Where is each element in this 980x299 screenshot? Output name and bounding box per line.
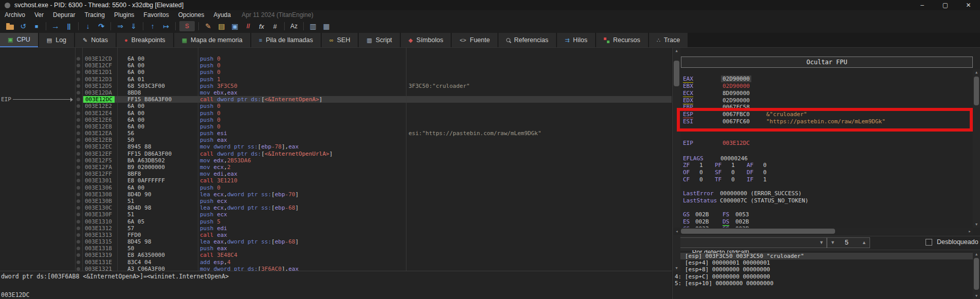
tab-notas[interactable]: ✎Notas <box>75 33 116 47</box>
stop-icon[interactable]: ■ <box>31 21 42 31</box>
tab-script[interactable]: ▥Script <box>359 33 399 47</box>
disasm-row[interactable]: 003E12FF8BF8mov edi,eax <box>0 171 672 177</box>
tab-fuente[interactable]: <>Fuente <box>452 33 497 47</box>
disasm-row[interactable]: 003E12D16A 00push 0 <box>0 69 672 76</box>
scrollbar-thumb[interactable] <box>674 61 679 86</box>
patch-icon[interactable]: ✎ <box>202 21 214 31</box>
step-out-icon[interactable]: ↑ <box>147 21 158 31</box>
disasm-row[interactable]: 003E13066A 00push 0 <box>0 184 672 191</box>
register-value[interactable]: 00000246 <box>720 155 748 162</box>
hash-icon[interactable]: # <box>269 21 281 31</box>
registers-vscrollbar[interactable]: ▲▼ <box>973 69 980 228</box>
disasm-row[interactable]: 003E131850push eax <box>0 245 672 252</box>
disasm-row[interactable]: 003E130C8D4D 98lea ecx,dword ptr ss:[ebp… <box>0 204 672 211</box>
flag-value[interactable]: 0 <box>763 162 767 169</box>
spinner-down-icon[interactable]: ▼ <box>830 238 835 248</box>
calculator-icon[interactable]: ▦ <box>321 21 332 31</box>
disasm-row[interactable]: 003E1301E8 0AFFFFFFcall 3E1210 <box>0 177 672 184</box>
segment-value[interactable]: 002B <box>695 218 709 225</box>
register-row[interactable]: ECX8D090000 <box>673 90 980 97</box>
execute-till-return-icon[interactable]: ⇒ <box>115 21 126 31</box>
disasm-row[interactable]: 003E12D568 503C3F00push 3F3C503F3C50:"cr… <box>0 83 672 89</box>
disassembly-panel[interactable]: 003E12CD6A 00push 0003E12CF6A 00push 000… <box>0 48 672 271</box>
register-row[interactable]: EAX02D90000 <box>673 76 980 82</box>
segment-value[interactable]: 0053 <box>735 211 749 218</box>
arg-row[interactable]: 4: [esp+C] 00000000 00000000 <box>673 273 973 280</box>
menu-favoritos[interactable]: Favoritos <box>139 11 173 18</box>
flags-row[interactable]: OF0SF0DF0 <box>673 169 980 176</box>
menu-tracing[interactable]: Tracing <box>80 11 109 18</box>
unlocked-checkbox[interactable] <box>926 239 932 246</box>
tab-hilos[interactable]: ⇉Hilos <box>557 33 595 47</box>
scroll-up-icon[interactable]: ▲ <box>673 48 680 54</box>
scroll-down-icon[interactable]: ▼ <box>973 221 980 228</box>
segment-value[interactable]: 002B <box>695 211 709 218</box>
disasm-row[interactable]: 003E12E26A 00push 0 <box>0 103 672 109</box>
breakpoint-dot[interactable] <box>77 227 80 230</box>
breakpoint-dot[interactable] <box>77 145 80 148</box>
breakpoint-dot[interactable] <box>77 165 80 169</box>
run-to-user-code-icon[interactable]: ↦ <box>160 21 172 31</box>
arg-row[interactable]: 3: [esp+8] 00000000 00000000 <box>673 266 973 273</box>
breakpoint-dot[interactable] <box>77 247 80 250</box>
menu-depurar[interactable]: Depurar <box>48 11 80 18</box>
animate-script-icon[interactable]: S <box>179 21 195 31</box>
scrollbar-thumb[interactable] <box>974 258 979 290</box>
tab-seh[interactable]: ∞SEH <box>322 33 358 47</box>
tab-símbolos[interactable]: ◆Símbolos <box>401 33 451 47</box>
disasm-row[interactable]: 003E1319E8 A6350000call 3E48C4 <box>0 252 672 258</box>
registers-hscrollbar[interactable]: ◂▸ <box>674 228 973 235</box>
tab-cpu[interactable]: ▣CPU <box>0 33 38 47</box>
menu-opciones[interactable]: Opciones <box>174 11 209 18</box>
breakpoint-dot[interactable] <box>77 179 80 182</box>
pause-icon[interactable]: || <box>63 21 75 31</box>
flag-value[interactable]: 0 <box>699 176 703 183</box>
breakpoint-dot[interactable] <box>77 78 80 81</box>
scroll-right-icon[interactable]: ▸ <box>967 228 973 235</box>
step-into-icon[interactable]: ↓ <box>82 21 94 31</box>
disasm-row[interactable]: 003E12EA56push esiesi:"https://pastebin.… <box>0 130 672 137</box>
open-file-icon[interactable] <box>4 21 15 31</box>
register-row[interactable]: LastStatusC000007C (STATUS_NO_TOKEN) <box>673 197 980 204</box>
breakpoint-dot[interactable] <box>77 132 80 135</box>
chevron-down-icon[interactable]: ▼ <box>819 238 824 248</box>
disasm-row[interactable]: 003E12EC8945 88mov dword ptr ss:[ebp-78]… <box>0 143 672 150</box>
breakpoint-dot[interactable] <box>77 206 80 210</box>
hide-fpu-button[interactable]: Ocultar FPU <box>681 57 973 68</box>
breakpoint-dot[interactable] <box>77 125 80 128</box>
register-value[interactable]: 003E12DC <box>723 140 750 146</box>
label-icon[interactable]: ▣ <box>229 21 241 31</box>
tab-breakpoints[interactable]: ●Breakpoints <box>117 33 173 47</box>
run-icon[interactable]: → <box>50 21 61 31</box>
settings-icon[interactable]: ▥ <box>307 21 319 31</box>
disasm-row[interactable]: 003E130B51push ecx <box>0 198 672 204</box>
scroll-down-icon[interactable]: ▼ <box>673 265 680 271</box>
breakpoint-dot[interactable] <box>77 240 80 244</box>
tab-recursos[interactable]: Recursos <box>596 33 648 47</box>
arg-row[interactable]: 1: [esp] 003F3C50 003F3C50 "cruloader" <box>673 253 973 259</box>
disasm-row[interactable]: 003E12EFFF15 D86A3F00call dword ptr ds:[… <box>0 151 672 157</box>
arg-row[interactable]: 2: [esp+4] 00000001 00000001 <box>673 259 973 266</box>
breakpoint-dot[interactable] <box>77 104 80 108</box>
disasm-row[interactable]: 003E131E83C4 04add esp,4 <box>0 259 672 266</box>
disasm-row[interactable]: 003E12CF6A 00push 0 <box>0 62 672 69</box>
tab-trace[interactable]: ∴Trace <box>649 33 688 47</box>
breakpoint-dot[interactable] <box>77 98 80 101</box>
minimize-button[interactable]: – <box>911 0 934 10</box>
disasm-row[interactable]: 003E12EB50push eax <box>0 137 672 143</box>
disasm-row[interactable]: 003E1313FFD0call eax <box>0 232 672 238</box>
breakpoint-dot[interactable] <box>77 267 80 271</box>
args-vscrollbar[interactable]: ▲▼ <box>973 251 980 299</box>
breakpoint-dot[interactable] <box>77 118 80 122</box>
breakpoint-dot[interactable] <box>77 199 80 203</box>
breakpoint-dot[interactable] <box>77 260 80 264</box>
assemble-fx-icon[interactable]: fx <box>256 21 267 31</box>
register-row[interactable]: LastError00000000 (ERROR_SUCCESS) <box>673 190 980 197</box>
scrollbar-thumb[interactable] <box>974 77 979 105</box>
breakpoint-dot[interactable] <box>77 84 80 88</box>
disasm-row[interactable]: 003E12DCFF15 B86A3F00call dword ptr ds:[… <box>0 96 672 103</box>
step-into-source-icon[interactable]: ⇓ <box>128 21 139 31</box>
register-value[interactable]: 02D90000 <box>723 97 750 104</box>
segment-row[interactable]: ES002BDS002B <box>673 218 980 225</box>
scrollbar-thumb[interactable] <box>681 229 835 234</box>
